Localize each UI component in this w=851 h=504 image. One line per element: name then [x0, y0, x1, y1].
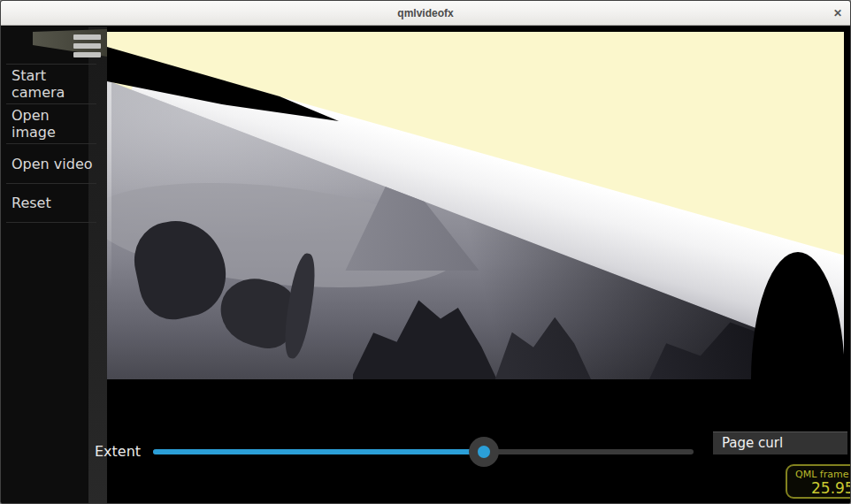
title-bar: qmlvideofx ✕ [1, 1, 850, 26]
sidebar-item-open-image[interactable]: Open image [6, 103, 96, 143]
sidebar-item-label: Reset [12, 195, 51, 211]
sidebar-item-label: Open video [12, 156, 93, 172]
app-window: qmlvideofx ✕ Start camera Open image Ope… [0, 0, 851, 504]
fps-badge: QML frame r... 25.95 [786, 464, 851, 499]
extent-slider-fill [153, 449, 484, 454]
close-icon[interactable]: ✕ [833, 1, 842, 26]
fps-value: 25.95 [811, 479, 851, 497]
sidebar-item-open-video[interactable]: Open video [6, 143, 96, 183]
window-title: qmlvideofx [1, 1, 850, 26]
sidebar-item-label: Start camera [12, 67, 96, 101]
sidebar-item-label: Open image [12, 107, 96, 141]
sidebar-item-start-camera[interactable]: Start camera [6, 64, 96, 103]
effect-selector-button[interactable]: Page curl [713, 431, 847, 454]
hamburger-icon[interactable] [73, 34, 101, 61]
sidebar-menu: Start camera Open image Open video Reset [6, 64, 96, 223]
extent-slider-handle[interactable] [469, 437, 499, 467]
extent-slider-label: Extent [95, 443, 141, 460]
sidebar-item-reset[interactable]: Reset [6, 183, 96, 223]
sidebar: Start camera Open image Open video Reset [1, 27, 107, 504]
